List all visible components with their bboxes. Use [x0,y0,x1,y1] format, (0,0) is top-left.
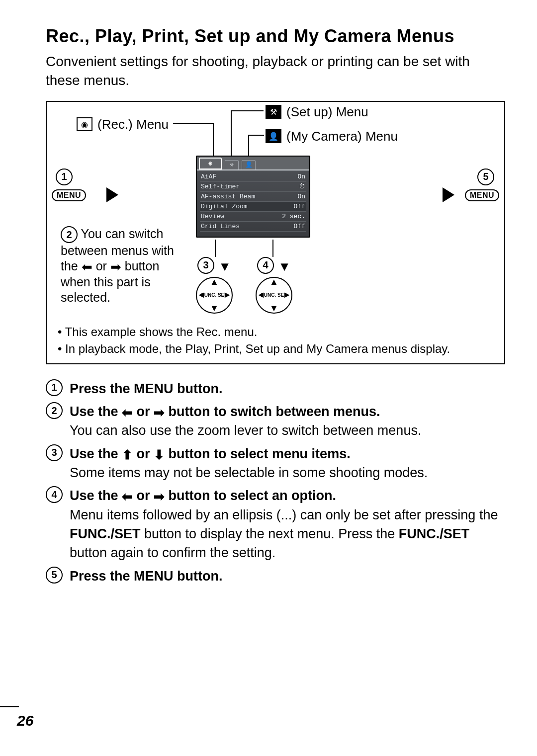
down-arrow-icon: ▼ [278,260,291,273]
step-marker-4: 4 [257,257,274,274]
lcd-screenshot: ◉ ⚒ 👤 AiAFOn Self-timer⏱ AF-assist BeamO… [196,156,310,238]
note-step-2: 2 You can switch between menus with the … [61,226,185,306]
step-3-title-a: Use the [70,446,118,461]
step-4-body-3: button again to confirm the setting. [70,545,275,560]
step-4-title-a: Use the [70,488,118,503]
connector-line [248,135,249,158]
step-marker-4: 4 [46,486,63,503]
page-number: 26 [17,712,33,729]
page-number-rule [0,706,19,707]
figure-box: ◉ (Rec.) Menu ⚒ (Set up) Menu 👤 (My Came… [46,101,505,364]
step-2-title-a: Use the [70,404,118,419]
step-3-title-b: button to select menu items. [169,446,351,461]
lcd-row-name: AiAF [201,173,216,180]
figure-footnotes: This example shows the Rec. menu. In pla… [58,324,495,357]
dpad-icon: ▲ ▼ ◄ ► FUNC. SET [196,277,233,314]
step-5-title: Press the MENU button. [70,569,223,584]
step-4-body-2: button to display the next menu. Press t… [144,526,399,541]
camera-icon: ◉ [77,117,92,131]
lcd-row-name: AF-assist Beam [201,193,255,200]
person-icon: 👤 [266,129,281,143]
lcd-row-name: Review [201,213,224,220]
right-arrow-icon: ► [282,290,291,300]
step-4-body-1: Menu items followed by an ellipsis (...)… [70,507,498,522]
left-arrow-icon: ⬅ [122,406,133,419]
or-word: or [96,259,107,273]
connector-line [231,110,264,111]
lcd-tab-mycam: 👤 [242,160,256,169]
lcd-row-name: Digital Zoom [201,203,248,210]
right-arrow-icon: ➡ [110,260,121,273]
lcd-row-value: Off [294,203,305,210]
bullet-1: This example shows the Rec. menu. [58,324,495,340]
play-icon [443,187,454,202]
lcd-row-value: ⏱ [299,183,305,190]
or-word: or [137,404,150,419]
step-marker-1: 1 [56,168,73,185]
bullet-2: In playback mode, the Play, Print, Set u… [58,340,495,357]
step-marker-5: 5 [46,567,63,584]
step-marker-2: 2 [61,226,78,243]
step-2-body: You can also use the zoom lever to switc… [70,423,421,438]
lcd-row-value: On [297,173,305,180]
func-set-bold: FUNC./SET [399,526,470,541]
left-arrow-icon: ⬅ [122,490,133,503]
or-word: or [137,446,150,461]
step-4-title-b: button to select an option. [169,488,336,503]
mycamera-menu-label: 👤 (My Camera) Menu [266,129,398,144]
right-arrow-icon: ➡ [154,406,165,419]
menu-button-icon: MENU [52,189,86,201]
left-arrow-icon: ◄ [197,290,206,300]
rec-menu-text: (Rec.) Menu [97,117,169,132]
lcd-row-value: On [297,193,305,200]
step-3-body: Some items may not be selectable in some… [70,465,428,480]
step-1-title: Press the MENU button. [70,381,223,396]
lcd-tab-rec: ◉ [199,158,222,169]
lcd-row-value: 2 sec. [282,213,305,220]
up-arrow-icon: ▲ [269,277,278,287]
mycamera-menu-text: (My Camera) Menu [286,129,398,144]
step-marker-3: 3 [197,257,214,274]
connector-line [215,240,216,257]
menu-button-icon: MENU [465,189,499,201]
step-marker-2: 2 [46,402,63,419]
step-marker-5: 5 [477,168,494,185]
setup-menu-label: ⚒ (Set up) Menu [266,104,368,120]
intro-text: Convenient settings for shooting, playba… [46,52,505,90]
lcd-tab-setup: ⚒ [225,160,239,169]
step-marker-1: 1 [46,379,63,396]
step-2-title-b: button to switch between menus. [169,404,380,419]
down-arrow-icon: ▼ [210,303,219,314]
func-set-bold: FUNC./SET [70,526,141,541]
left-arrow-icon: ⬅ [82,260,92,273]
step-marker-3: 3 [46,444,63,461]
rec-menu-label: ◉ (Rec.) Menu [77,117,169,132]
left-arrow-icon: ◄ [257,290,266,300]
steps-list: 1 Press the MENU button. 2 Use the ⬅ or … [46,379,505,586]
or-word: or [137,488,150,503]
connector-line [173,123,213,124]
connector-line [272,240,273,257]
lcd-row-name: Self-timer [201,183,240,190]
up-arrow-icon: ⬆ [122,448,133,461]
up-arrow-icon: ▲ [210,277,219,287]
lcd-rows: AiAFOn Self-timer⏱ AF-assist BeamOn Digi… [197,170,309,232]
down-arrow-icon: ▼ [269,303,278,314]
lcd-row-value: Off [294,223,305,230]
connector-line [231,110,232,158]
tools-icon: ⚒ [266,105,281,119]
down-arrow-icon: ⬇ [154,448,165,461]
play-icon [106,187,118,202]
page-title: Rec., Play, Print, Set up and My Camera … [46,25,505,47]
lcd-tabbar: ◉ ⚒ 👤 [197,157,309,170]
right-arrow-icon: ➡ [154,490,165,503]
lcd-row-name: Grid Lines [201,223,240,230]
connector-line [248,135,264,136]
down-arrow-icon: ▼ [218,260,231,273]
dpad-icon: ▲ ▼ ◄ ► FUNC. SET [256,277,292,314]
setup-menu-text: (Set up) Menu [286,104,368,120]
right-arrow-icon: ► [223,290,232,300]
